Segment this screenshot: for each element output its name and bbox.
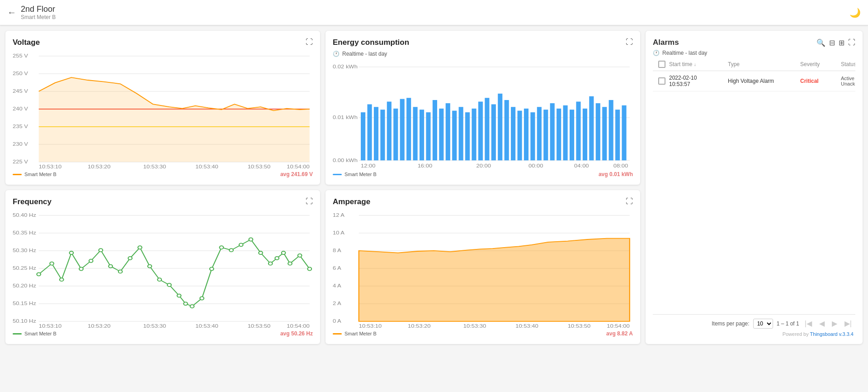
amperage-card-header: Amperage ⛶ [333,197,633,208]
svg-rect-48 [491,104,496,160]
svg-text:10:54:00: 10:54:00 [607,323,630,328]
header-left: ← 2nd Floor Smart Meter B [7,5,56,20]
expand-icon[interactable]: ⛶ [848,38,855,47]
svg-rect-66 [609,100,613,160]
energy-card-header: Energy consumption ⛶ [333,38,633,49]
filter-icon[interactable]: ⊟ [829,38,835,47]
voltage-legend-item: Smart Meter B [13,172,57,177]
svg-point-98 [128,257,132,260]
clock-icon-alarms: 🕐 [653,50,660,56]
svg-text:0 A: 0 A [333,319,341,325]
svg-text:0.00 kWh: 0.00 kWh [333,158,358,163]
select-all-checkbox[interactable] [658,61,665,68]
amperage-avg-value: avg 8.82 A [606,330,633,337]
energy-realtime-row: 🕐 Realtime - last day [333,51,633,57]
energy-expand-icon[interactable]: ⛶ [626,38,633,46]
header: ← 2nd Floor Smart Meter B 🌙 [0,0,868,25]
svg-rect-37 [420,110,424,160]
voltage-expand-icon[interactable]: ⛶ [306,38,313,46]
alarm-type: High Voltage Alarm [728,78,800,84]
svg-text:00:00: 00:00 [528,163,543,168]
svg-text:4 A: 4 A [333,283,341,289]
svg-rect-33 [393,109,398,160]
svg-text:10:53:30: 10:53:30 [143,323,166,328]
svg-rect-62 [583,109,587,160]
svg-rect-63 [589,96,594,161]
alarms-realtime-label: Realtime - last day [662,50,707,56]
svg-text:10:53:40: 10:53:40 [195,323,218,328]
svg-rect-29 [368,104,372,160]
table-row: 2022-02-10 10:53:57 High Voltage Alarm C… [653,71,855,91]
svg-rect-43 [459,107,463,160]
svg-text:10:53:40: 10:53:40 [195,164,218,168]
prev-page-button[interactable]: ◀ [817,318,826,329]
svg-point-106 [200,296,204,300]
main-grid: Voltage ⛶ 255 V 250 V 245 V 240 V 235 V … [0,25,868,392]
start-time-header: Start time ↓ [669,61,728,67]
row-checkbox[interactable] [658,77,665,85]
svg-point-108 [220,246,224,249]
svg-rect-31 [380,110,385,160]
items-per-page-label: Items per page: [712,320,749,327]
svg-rect-41 [446,103,450,160]
svg-point-93 [79,267,83,270]
powered-by-link[interactable]: Thingsboard v.3.3.4 [810,331,854,337]
svg-point-118 [307,267,311,270]
frequency-expand-icon[interactable]: ⛶ [306,197,313,206]
svg-rect-59 [563,105,568,161]
svg-point-111 [249,238,253,241]
amperage-expand-icon[interactable]: ⛶ [626,197,633,206]
theme-toggle-icon[interactable]: 🌙 [849,7,861,18]
svg-rect-49 [498,94,502,160]
search-icon[interactable]: 🔍 [816,38,826,47]
voltage-chart-area: 255 V 250 V 245 V 240 V 235 V 230 V 225 … [13,51,313,168]
svg-text:50.15 Hz: 50.15 Hz [13,301,36,307]
svg-text:10:53:10: 10:53:10 [359,323,382,328]
svg-text:2 A: 2 A [333,301,341,307]
columns-icon[interactable]: ⊞ [839,38,844,47]
alarm-start-time: 2022-02-10 10:53:57 [669,75,728,87]
svg-rect-55 [537,107,542,160]
frequency-card-header: Frequency ⛶ [13,197,313,208]
powered-by-row: Powered by Thingsboard v.3.3.4 [653,330,855,337]
svg-text:50.10 Hz: 50.10 Hz [13,319,36,325]
svg-rect-54 [530,112,535,160]
sort-arrow-icon[interactable]: ↓ [694,62,696,67]
voltage-avg-value: avg 241.69 V [280,171,313,177]
svg-text:50.35 Hz: 50.35 Hz [13,230,36,236]
svg-point-96 [108,265,113,268]
svg-rect-58 [557,109,561,160]
svg-rect-35 [406,98,411,160]
items-per-page-select[interactable]: 10 25 50 [753,319,773,329]
svg-text:10:53:50: 10:53:50 [568,323,591,328]
last-page-button[interactable]: ▶| [843,318,854,329]
svg-point-100 [148,265,152,268]
svg-point-102 [167,283,171,287]
alarms-table: Start time ↓ Type Severity Status 2022-0… [653,61,855,187]
voltage-legend-line [13,174,22,175]
voltage-card: Voltage ⛶ 255 V 250 V 245 V 240 V 235 V … [5,31,320,185]
svg-rect-53 [524,109,528,160]
frequency-card: Frequency ⛶ 50.40 Hz 50.35 Hz 50.30 Hz 5… [5,190,320,344]
svg-text:16:00: 16:00 [418,163,433,168]
svg-text:8 A: 8 A [333,248,341,254]
svg-text:10:54:00: 10:54:00 [287,164,310,168]
next-page-button[interactable]: ▶ [830,318,839,329]
amperage-chart: 12 A 10 A 8 A 6 A 4 A 2 A 0 A 10:53:10 1… [333,210,633,328]
energy-chart-area: 0.02 kWh 0.01 kWh 0.00 kWh [333,62,633,168]
svg-text:230 V: 230 V [13,142,28,148]
svg-text:245 V: 245 V [13,89,28,95]
svg-point-115 [282,251,286,254]
amperage-legend-item: Smart Meter B [333,331,377,336]
frequency-title: Frequency [13,197,52,206]
frequency-legend-label: Smart Meter B [24,331,57,336]
first-page-button[interactable]: |◀ [803,318,814,329]
amperage-legend-label: Smart Meter B [344,331,377,336]
svg-text:20:00: 20:00 [476,163,491,168]
svg-text:255 V: 255 V [13,53,28,59]
svg-text:6 A: 6 A [333,266,341,272]
svg-text:10:53:40: 10:53:40 [515,323,538,328]
severity-header: Severity [800,61,841,67]
back-button[interactable]: ← [7,7,16,18]
svg-rect-42 [452,111,457,161]
